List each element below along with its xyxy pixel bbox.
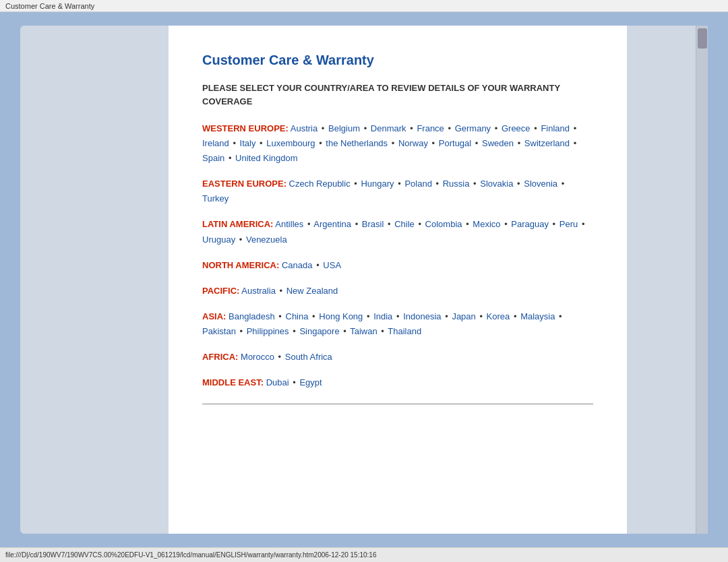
country-link-czech-republic[interactable]: Czech Republic <box>289 179 351 189</box>
bullet: • <box>229 153 232 163</box>
country-link-france[interactable]: France <box>417 123 444 133</box>
regions-container: WESTERN EUROPE: Austria • Belgium • Denm… <box>202 121 593 390</box>
country-link-pakistan[interactable]: Pakistan <box>202 326 236 336</box>
country-link-usa[interactable]: USA <box>323 260 341 270</box>
left-sidebar <box>20 26 169 534</box>
bullet: • <box>553 219 556 229</box>
country-link-egypt[interactable]: Egypt <box>299 377 322 387</box>
scrollbar[interactable] <box>696 26 708 534</box>
country-link-china[interactable]: China <box>286 311 309 321</box>
country-link-switzerland[interactable]: Switzerland <box>524 138 570 148</box>
country-link-mexico[interactable]: Mexico <box>473 219 500 229</box>
country-link-turkey[interactable]: Turkey <box>202 193 229 204</box>
country-link-portugal[interactable]: Portugal <box>439 138 471 148</box>
country-link-denmark[interactable]: Denmark <box>371 123 406 133</box>
bullet: • <box>398 179 401 189</box>
region-block-africa: AFRICA: Morocco • South Africa <box>202 350 593 365</box>
country-link-south-africa[interactable]: South Africa <box>285 352 332 362</box>
bullet: • <box>316 260 320 270</box>
bullet: • <box>388 219 391 229</box>
bullet: • <box>495 123 498 133</box>
country-link-uruguay[interactable]: Uruguay <box>202 235 235 245</box>
country-link-greece[interactable]: Greece <box>502 123 530 133</box>
bullet: • <box>517 179 520 189</box>
country-link-japan[interactable]: Japan <box>452 311 475 321</box>
country-link-chile[interactable]: Chile <box>394 219 415 229</box>
region-label-middle-east: MIDDLE EAST: <box>202 377 264 387</box>
outer-wrapper: Customer Care & Warranty PLEASE SELECT Y… <box>0 12 728 547</box>
main-content-area: Customer Care & Warranty PLEASE SELECT Y… <box>169 26 627 534</box>
country-link-luxembourg[interactable]: Luxembourg <box>266 138 315 148</box>
country-link-belgium[interactable]: Belgium <box>328 123 360 133</box>
country-link-india[interactable]: India <box>373 311 392 321</box>
region-block-western-europe: WESTERN EUROPE: Austria • Belgium • Denm… <box>202 121 593 166</box>
region-label-asia: ASIA: <box>202 311 226 321</box>
country-link-spain[interactable]: Spain <box>202 153 224 163</box>
bullet: • <box>582 219 585 229</box>
region-label-latin-america: LATIN AMERICA: <box>202 219 273 229</box>
country-link-philippines[interactable]: Philippines <box>247 326 289 336</box>
country-link-new-zealand[interactable]: New Zealand <box>286 286 338 296</box>
bullet: • <box>293 377 296 387</box>
bullet: • <box>239 235 243 245</box>
country-link-argentina[interactable]: Argentina <box>313 219 351 229</box>
country-link-sweden[interactable]: Sweden <box>482 138 514 148</box>
country-link-canada[interactable]: Canada <box>282 260 313 270</box>
bullet: • <box>432 138 435 148</box>
country-link-poland[interactable]: Poland <box>404 179 431 189</box>
url-bar: file:///D|/cd/190WV7/190WV7CS.00%20EDFU-… <box>5 551 376 559</box>
country-link-finland[interactable]: Finland <box>541 123 570 133</box>
top-bar: Customer Care & Warranty <box>0 0 728 12</box>
country-link-venezuela[interactable]: Venezuela <box>246 235 287 245</box>
bullet: • <box>410 123 413 133</box>
bullet: • <box>473 179 477 189</box>
country-link-dubai[interactable]: Dubai <box>266 377 289 387</box>
bullet: • <box>319 138 322 148</box>
country-link-colombia[interactable]: Colombia <box>425 219 462 229</box>
bullet: • <box>364 123 367 133</box>
country-link-ireland[interactable]: Ireland <box>202 138 229 148</box>
bullet: • <box>504 219 508 229</box>
bullet: • <box>396 311 400 321</box>
country-link-indonesia[interactable]: Indonesia <box>403 311 441 321</box>
country-link-russia[interactable]: Russia <box>443 179 470 189</box>
country-link-australia[interactable]: Australia <box>241 286 276 296</box>
bullet: • <box>559 311 562 321</box>
country-link-peru[interactable]: Peru <box>559 219 578 229</box>
bullet: • <box>279 286 282 296</box>
bullet: • <box>307 219 311 229</box>
country-link-norway[interactable]: Norway <box>398 138 428 148</box>
country-link-hungary[interactable]: Hungary <box>361 179 394 189</box>
bullet: • <box>381 326 384 336</box>
bottom-bar: file:///D|/cd/190WV7/190WV7CS.00%20EDFU-… <box>0 547 728 562</box>
country-link-austria[interactable]: Austria <box>291 123 317 133</box>
bullet: • <box>534 123 537 133</box>
country-link-paraguay[interactable]: Paraguay <box>511 219 549 229</box>
country-link-korea[interactable]: Korea <box>487 311 510 321</box>
region-block-pacific: PACIFIC: Australia • New Zealand <box>202 284 593 299</box>
country-link-united-kingdom[interactable]: United Kingdom <box>235 153 298 163</box>
country-link-brasil[interactable]: Brasil <box>362 219 384 229</box>
bullet: • <box>448 123 451 133</box>
country-link-morocco[interactable]: Morocco <box>241 352 274 362</box>
country-link-bangladesh[interactable]: Bangladesh <box>229 311 275 321</box>
country-link-germany[interactable]: Germany <box>455 123 491 133</box>
country-link-the-netherlands[interactable]: the Netherlands <box>326 138 388 148</box>
country-link-thailand[interactable]: Thailand <box>388 326 421 336</box>
country-link-malaysia[interactable]: Malaysia <box>520 311 555 321</box>
scroll-thumb[interactable] <box>698 28 707 49</box>
country-link-slovakia[interactable]: Slovakia <box>480 179 513 189</box>
country-link-hong-kong[interactable]: Hong Kong <box>319 311 363 321</box>
country-link-italy[interactable]: Italy <box>240 138 256 148</box>
country-link-slovenia[interactable]: Slovenia <box>524 179 557 189</box>
bullet: • <box>278 311 282 321</box>
bullet: • <box>278 352 282 362</box>
country-link-singapore[interactable]: Singapore <box>299 326 339 336</box>
country-link-taiwan[interactable]: Taiwan <box>350 326 377 336</box>
region-block-asia: ASIA: Bangladesh • China • Hong Kong • I… <box>202 309 593 339</box>
bullet: • <box>322 123 325 133</box>
page-title: Customer Care & Warranty <box>202 53 593 68</box>
bullet: • <box>293 326 296 336</box>
country-link-antilles[interactable]: Antilles <box>275 219 303 229</box>
bullet: • <box>445 311 448 321</box>
